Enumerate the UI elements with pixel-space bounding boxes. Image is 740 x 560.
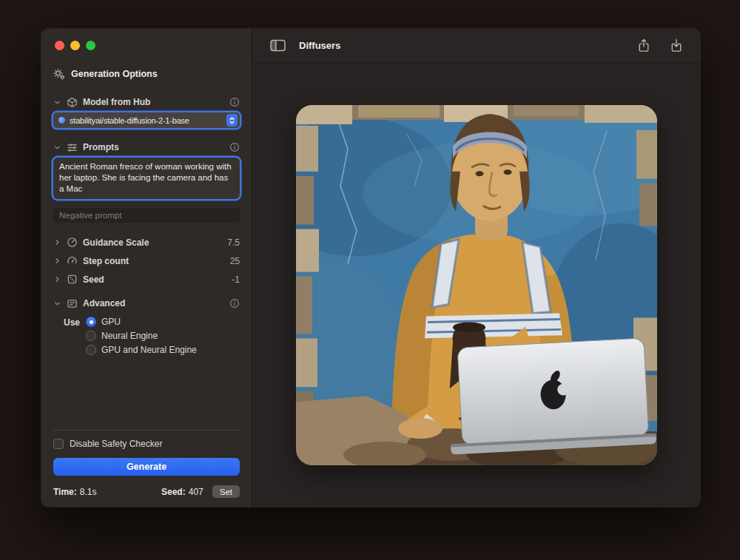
guidance-scale-row[interactable]: Guidance Scale 7.5 <box>53 233 240 252</box>
sidebar-header: Generation Options <box>53 68 240 80</box>
model-status-dot-icon <box>58 117 65 124</box>
info-icon[interactable] <box>229 97 240 107</box>
window-controls <box>55 41 241 50</box>
model-select[interactable]: stabilityai/stable-diffusion-2-1-base <box>53 112 240 128</box>
seed-dice-icon <box>67 274 78 285</box>
advanced-panel-icon <box>67 298 78 309</box>
disable-safety-checker-label: Disable Safety Checker <box>70 439 162 449</box>
seed-result-value: 407 <box>189 487 204 497</box>
radio-icon[interactable] <box>86 331 96 341</box>
close-window-button[interactable] <box>55 41 64 50</box>
step-count-gauge-icon <box>67 255 78 266</box>
guidance-scale-value: 7.5 <box>227 237 240 248</box>
prompts-sliders-icon <box>67 142 78 153</box>
share-button[interactable] <box>638 38 650 53</box>
minimize-window-button[interactable] <box>70 41 80 50</box>
status-bar: Time: 8.1s Seed: 407 Set <box>53 485 240 498</box>
download-button[interactable] <box>670 38 682 53</box>
sidebar-flex-spacer <box>52 355 241 430</box>
time-value: 8.1s <box>80 487 97 497</box>
seed-label: Seed <box>83 274 104 285</box>
sidebar-toggle-button[interactable] <box>270 39 286 52</box>
app-window: Generation Options Model from Hub stabil… <box>41 28 701 507</box>
generation-options-gears-icon <box>53 68 65 80</box>
sidebar-title: Generation Options <box>71 69 158 79</box>
main-area: Diffusers <box>252 29 700 507</box>
gpu-and-neural-engine-option-label: GPU and Neural Engine <box>101 345 197 355</box>
generated-image[interactable] <box>296 105 657 465</box>
model-section-header[interactable]: Model from Hub <box>53 93 240 111</box>
advanced-section-label: Advanced <box>83 298 125 308</box>
prompts-section-label: Prompts <box>83 142 119 152</box>
chevron-down-icon <box>53 98 61 107</box>
fresco-art <box>296 105 657 465</box>
generate-button[interactable]: Generate <box>53 458 240 476</box>
neural-engine-option-label: Neural Engine <box>101 331 158 341</box>
seed-row[interactable]: Seed -1 <box>53 270 240 289</box>
image-canvas <box>252 63 700 507</box>
checkbox-icon[interactable] <box>53 439 64 449</box>
prompts-section-header[interactable]: Prompts <box>53 138 240 156</box>
chevron-right-icon <box>53 257 61 265</box>
use-label: Use <box>64 317 80 355</box>
model-select-value: stabilityai/stable-diffusion-2-1-base <box>70 116 189 125</box>
chevron-down-icon <box>53 144 61 152</box>
advanced-section-header[interactable]: Advanced <box>53 294 240 312</box>
gpu-radio-option[interactable]: GPU <box>86 317 241 327</box>
step-count-label: Step count <box>83 256 129 266</box>
set-seed-button[interactable]: Set <box>212 485 240 498</box>
prompt-input[interactable]: Ancient Roman fresco of woman working wi… <box>53 158 240 199</box>
negative-prompt-input[interactable] <box>53 208 240 223</box>
chevron-right-icon <box>53 238 61 246</box>
select-stepper-icon[interactable] <box>226 114 238 126</box>
window-title: Diffusers <box>299 40 340 51</box>
radio-selected-icon[interactable] <box>86 317 96 327</box>
model-hub-box-icon <box>67 97 78 108</box>
sidebar-divider <box>52 430 241 431</box>
disable-safety-checker-row[interactable]: Disable Safety Checker <box>53 439 240 449</box>
info-icon[interactable] <box>229 298 240 308</box>
radio-icon[interactable] <box>86 345 96 355</box>
step-count-value: 25 <box>230 256 240 266</box>
gpu-option-label: GPU <box>101 317 121 327</box>
info-icon[interactable] <box>229 142 240 152</box>
compute-unit-group: Use GPU Neural Engine GPU and Neural Eng… <box>64 317 241 355</box>
sidebar: Generation Options Model from Hub stabil… <box>41 29 252 507</box>
seed-value: -1 <box>232 274 240 285</box>
step-count-row[interactable]: Step count 25 <box>53 252 240 270</box>
titlebar: Diffusers <box>252 29 700 63</box>
seed-result-label: Seed: <box>161 487 186 497</box>
neural-engine-radio-option[interactable]: Neural Engine <box>86 331 241 341</box>
guidance-dial-icon <box>67 237 78 248</box>
gpu-and-neural-engine-radio-option[interactable]: GPU and Neural Engine <box>86 345 241 355</box>
chevron-down-icon <box>53 300 61 308</box>
time-label: Time: <box>53 487 77 497</box>
chevron-right-icon <box>53 275 61 283</box>
model-section-label: Model from Hub <box>83 97 150 107</box>
guidance-scale-label: Guidance Scale <box>83 237 149 248</box>
zoom-window-button[interactable] <box>86 41 95 50</box>
